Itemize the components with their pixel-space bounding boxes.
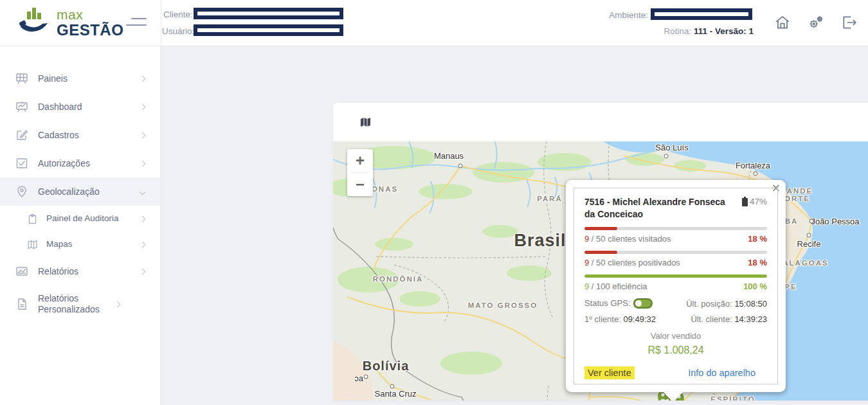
map-card-header xyxy=(333,103,868,141)
map-state-label: PE xyxy=(784,283,797,291)
sidebar-item-mapas[interactable]: Mapas xyxy=(0,231,160,257)
logo-line1: max xyxy=(57,8,123,21)
rotina-value: 111 - Versão: 1 xyxy=(694,26,754,36)
map-canvas[interactable]: BrasilBolíviaZONASPARÁRONDÔNIAMATO GROSS… xyxy=(333,141,868,401)
area-chart-icon xyxy=(15,265,28,278)
map-city-label: ɔa xyxy=(354,374,363,383)
header-divider xyxy=(161,0,161,46)
ult-posicao-label: Últ. posição: xyxy=(686,299,732,309)
ver-cliente-link[interactable]: Ver cliente xyxy=(584,366,635,379)
status-gps: Status GPS: xyxy=(584,298,653,309)
check-square-icon xyxy=(15,157,28,170)
sidebar-item-dashboard[interactable]: Dashboard xyxy=(0,93,160,121)
sidebar-item-label: Dashboard xyxy=(38,102,140,113)
ambiente-value-redacted xyxy=(651,8,752,20)
map-city-dot xyxy=(807,233,811,238)
map-state-label: ORTE xyxy=(784,195,810,203)
salesperson-title: 7516 - Michel Alexandre Fonseca da Conce… xyxy=(584,196,742,221)
map-info-window: × 7516 - Michel Alexandre Fonseca da Con… xyxy=(566,180,786,392)
map-state-label: RONDÔNIA xyxy=(373,275,424,283)
sidebar-item-label: Paineis xyxy=(38,73,140,84)
map-state-label: BA xyxy=(785,217,799,225)
info-window-content: 7516 - Michel Alexandre Fonseca da Conce… xyxy=(574,188,778,384)
progress-bar-fill xyxy=(584,251,617,254)
settings-gears-icon[interactable] xyxy=(808,14,824,31)
gps-toggle[interactable] xyxy=(633,298,653,309)
info-do-aparelho-link[interactable]: Info do aparelho xyxy=(688,368,767,378)
home-icon[interactable] xyxy=(774,14,791,31)
logout-icon[interactable] xyxy=(841,14,858,31)
edit-square-icon xyxy=(15,129,28,141)
map-state-label: PARÁ xyxy=(537,195,563,203)
ult-posicao-value: 15:08:50 xyxy=(734,299,767,309)
chevron-right-icon xyxy=(140,160,146,166)
chevron-right-icon xyxy=(140,104,146,110)
app-header: max GESTÃO Cliente: Usuário: Ambiente: R… xyxy=(0,0,868,46)
sidebar-item-label: Relatórios xyxy=(38,266,140,277)
battery-icon xyxy=(742,197,748,206)
map-city-label: São Luís xyxy=(655,143,688,152)
cliente-value-redacted xyxy=(194,8,343,19)
primeiro-cliente-value: 09:49:32 xyxy=(623,314,656,324)
info-window-tail xyxy=(664,392,683,401)
chevron-right-icon xyxy=(140,241,146,248)
progress-percent: 18 % xyxy=(748,234,767,244)
logo-line2: GESTÃO xyxy=(57,22,123,38)
map-city-dot xyxy=(458,164,463,168)
battery-status: 47% xyxy=(742,197,767,206)
app-logo: max GESTÃO xyxy=(18,4,123,41)
sidebar-item-painel-de-auditoria[interactable]: Painel de Auditoria xyxy=(0,206,160,231)
map-zoom-control: + − xyxy=(347,149,373,196)
map-city-dot xyxy=(364,375,368,379)
map-city-label: João Pessoa xyxy=(811,217,859,226)
sidebar-item-relatorios-personalizados[interactable]: Relatórios Personalizados xyxy=(0,285,160,323)
map-country-label: Brasil xyxy=(514,231,566,251)
chevron-right-icon xyxy=(114,301,121,307)
sidebar-item-autorizacoes[interactable]: Autorizações xyxy=(0,149,160,177)
zoom-in-button[interactable]: + xyxy=(347,149,373,172)
map-city-dot xyxy=(754,172,758,176)
page: max GESTÃO Cliente: Usuário: Ambiente: R… xyxy=(0,0,868,405)
progress-label-row: 9 / 100 eficiência100 % xyxy=(584,282,767,291)
map-city-label: Manaus xyxy=(434,151,464,161)
chevron-right-icon xyxy=(140,75,146,82)
chevron-right-icon xyxy=(140,132,146,138)
ult-cliente: Últ. cliente: 14:39:23 xyxy=(691,314,767,324)
sidebar-item-relatorios[interactable]: Relatórios xyxy=(0,257,160,285)
panels-icon xyxy=(15,72,28,85)
sidebar-item-label: Autorizações xyxy=(38,158,140,169)
map-state-label: MATO GROSSO xyxy=(468,302,538,309)
status-gps-label: Status GPS: xyxy=(584,298,631,308)
ambiente-label: Ambiente: xyxy=(568,10,648,20)
popup-bars: 9 / 50 clientes visitados18 %9 / 50 clie… xyxy=(584,227,767,298)
sidebar-item-label: Cadastros xyxy=(38,130,140,141)
progress-bar-fill xyxy=(584,274,767,278)
sidebar-item-geolocalizacao[interactable]: Geolocalização xyxy=(0,177,160,206)
usuario-label: Usuário: xyxy=(162,26,194,36)
progress-bar-fill xyxy=(584,227,617,230)
progress-label: 9 / 50 clientes visitados xyxy=(584,234,671,244)
ult-posicao: Últ. posição: 15:08:50 xyxy=(686,299,767,309)
map-city-dot xyxy=(664,154,669,159)
rotina-info: Rotina: 111 - Versão: 1 xyxy=(611,26,754,36)
map-state-label: ESPÍRITO SANTO xyxy=(710,395,755,401)
map-city-dot xyxy=(809,219,814,224)
sidebar-item-paineis[interactable]: Paineis xyxy=(0,64,160,93)
dashboard-icon xyxy=(15,100,28,113)
usuario-value-redacted xyxy=(194,24,343,36)
valor-vendido-value: R$ 1.008,24 xyxy=(584,345,767,356)
zoom-out-button[interactable]: − xyxy=(347,173,373,196)
map-country-label: Bolívia xyxy=(363,359,410,374)
progress-percent: 18 % xyxy=(748,258,767,267)
sidebar-item-label: Relatórios Personalizados xyxy=(38,293,115,315)
sidebar-item-cadastros[interactable]: Cadastros xyxy=(0,121,160,149)
rotina-label: Rotina: xyxy=(664,26,691,36)
document-icon xyxy=(15,298,28,310)
menu-toggle-icon[interactable] xyxy=(126,18,148,28)
sidebar-item-label: Geolocalização xyxy=(38,186,140,197)
valor-vendido-label: Valor vendido xyxy=(584,331,767,341)
primeiro-cliente-label: 1º cliente: xyxy=(584,314,621,324)
map-pin-icon xyxy=(15,185,28,198)
sidebar-item-label: Painel de Auditoria xyxy=(46,213,140,224)
logo-chart-hand-icon xyxy=(18,4,51,41)
